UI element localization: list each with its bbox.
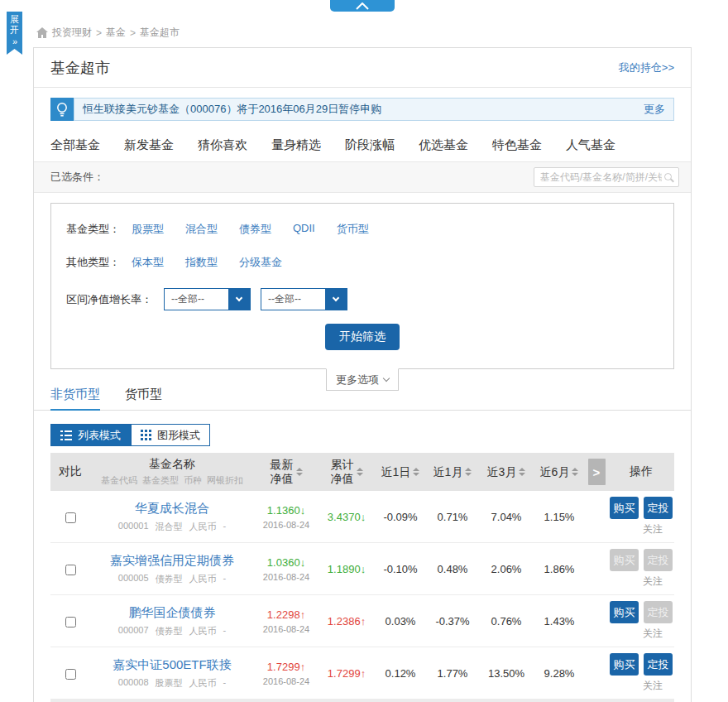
header-discount: 网银折扣 [207, 474, 243, 487]
follow-link[interactable]: 关注 [608, 679, 674, 693]
return-3month: 0.76% [479, 615, 534, 627]
compare-checkbox[interactable] [65, 565, 76, 575]
chevron-down-icon[interactable] [325, 289, 347, 310]
expand-sidebar-ribbon[interactable]: 展 开 » [7, 12, 22, 55]
sort-arrows-icon[interactable] [413, 468, 419, 476]
buy-button[interactable]: 购买 [610, 549, 639, 571]
buy-button[interactable]: 购买 [610, 497, 639, 519]
follow-link[interactable]: 关注 [608, 627, 674, 641]
header-6month-sort[interactable]: 近6月 [534, 465, 585, 479]
sort-arrows-icon[interactable] [519, 468, 525, 476]
growth-rate-select-max[interactable]: --全部-- [261, 288, 347, 310]
tab-period-gain[interactable]: 阶段涨幅 [345, 137, 395, 153]
filter-stock-type[interactable]: 股票型 [132, 222, 164, 237]
header-compare: 对比 [50, 464, 90, 479]
sort-arrows-icon[interactable] [357, 468, 363, 476]
fund-meta: 000005债券型人民币- [90, 573, 254, 585]
breadcrumb-separator: > [130, 27, 136, 39]
compare-checkbox[interactable] [65, 512, 76, 523]
header-1month-sort[interactable]: 近1月 [426, 465, 479, 479]
return-1day: -0.09% [375, 511, 426, 523]
header-latest-nav-sort[interactable]: 最新净值 [254, 458, 318, 486]
ribbon-label: 展 [10, 14, 19, 25]
table-row: 嘉实增强信用定期债券 000005债券型人民币- 1.0360↓ 2016-08… [50, 543, 674, 595]
filter-panel: 基金类型： 股票型 混合型 债券型 QDII 货币型 其他类型： 保本型 指数型… [50, 203, 674, 369]
header-fund-code: 基金代码 [101, 474, 137, 487]
fund-name-link[interactable]: 华夏成长混合 [90, 501, 254, 517]
return-3month: 13.50% [479, 667, 534, 680]
tab-tailored[interactable]: 量身精选 [271, 137, 321, 153]
nav-date: 2016-08-24 [254, 624, 318, 634]
trend-arrow-icon: ↑ [361, 615, 366, 627]
return-6month: 1.43% [534, 615, 585, 627]
invest-button[interactable]: 定投 [644, 497, 673, 519]
follow-link[interactable]: 关注 [608, 575, 674, 589]
fund-name-link[interactable]: 鹏华国企债债券 [90, 605, 254, 621]
fund-name-link[interactable]: 嘉实增强信用定期债券 [90, 553, 254, 569]
compare-checkbox[interactable] [65, 617, 76, 627]
buy-button[interactable]: 购买 [610, 601, 639, 623]
grid-view-icon [141, 430, 151, 440]
fund-table-header: 对比 基金名称 基金代码 基金类型 币种 网银折扣 最新净值 累计净值 [50, 453, 674, 491]
filter-money-type[interactable]: 货币型 [337, 222, 369, 237]
breadcrumb: 投资理财 > 基金 > 基金超市 [36, 26, 180, 40]
growth-rate-select-max-value: --全部-- [261, 289, 325, 310]
return-1month: 1.77% [426, 667, 479, 680]
more-options-toggle[interactable]: 更多选项 [326, 368, 399, 391]
start-filter-button[interactable]: 开始筛选 [325, 324, 400, 350]
growth-rate-select-min[interactable]: --全部-- [164, 288, 251, 310]
filter-structured-fund[interactable]: 分级基金 [239, 255, 282, 270]
fund-meta: 000007债券型人民币- [90, 625, 254, 637]
tab-all-funds[interactable]: 全部基金 [50, 137, 100, 153]
header-fund-name: 基金名称 基金代码 基金类型 币种 网银折扣 [90, 457, 254, 487]
tab-non-money-market[interactable]: 非货币型 [50, 381, 100, 411]
filter-qdii-type[interactable]: QDII [293, 222, 315, 237]
my-holdings-link[interactable]: 我的持仓>> [619, 60, 674, 75]
notice-text[interactable]: 恒生联接美元钞基金（000076）将于2016年06月29日暂停申购 [83, 102, 381, 117]
header-currency: 币种 [184, 474, 202, 487]
home-icon [36, 27, 48, 38]
compare-checkbox[interactable] [65, 669, 76, 680]
invest-button[interactable]: 定投 [644, 549, 673, 571]
follow-link[interactable]: 关注 [608, 522, 674, 536]
search-icon[interactable] [664, 173, 672, 180]
trend-arrow-icon: ↓ [300, 504, 306, 517]
tab-new-funds[interactable]: 新发基金 [124, 137, 174, 153]
sort-arrows-icon[interactable] [572, 468, 578, 476]
graph-mode-button[interactable]: 图形模式 [131, 424, 210, 446]
breadcrumb-item[interactable]: 基金 [106, 26, 126, 40]
filter-mixed-type[interactable]: 混合型 [185, 222, 218, 237]
collapse-panel-button[interactable] [330, 0, 395, 12]
next-columns-button[interactable]: > [588, 459, 606, 485]
header-cumulative-nav-sort[interactable]: 累计净值 [318, 458, 375, 486]
tab-popular-funds[interactable]: 人气基金 [566, 137, 615, 153]
invest-button[interactable]: 定投 [644, 653, 673, 676]
list-mode-button[interactable]: 列表模式 [50, 424, 131, 446]
filter-bond-type[interactable]: 债券型 [239, 222, 271, 237]
return-3month: 7.04% [479, 511, 534, 523]
sort-arrows-icon[interactable] [296, 468, 303, 476]
header-1day-sort[interactable]: 近1日 [375, 465, 426, 479]
trend-arrow-icon: ↓ [361, 511, 366, 523]
filter-capital-protected[interactable]: 保本型 [132, 255, 164, 270]
table-row: 嘉实中证500ETF联接 000008股票型人民币- 1.7299↑ 2016-… [50, 647, 674, 700]
notice-more-link[interactable]: 更多 [644, 102, 665, 117]
trend-arrow-icon: ↑ [361, 667, 366, 680]
tab-preferred-funds[interactable]: 优选基金 [419, 137, 468, 153]
latest-nav-value: 1.0360↓ [254, 556, 318, 569]
buy-button[interactable]: 购买 [610, 653, 639, 676]
invest-button[interactable]: 定投 [644, 601, 673, 623]
fund-search-input[interactable] [534, 168, 678, 186]
breadcrumb-item[interactable]: 投资理财 [52, 26, 92, 40]
sort-arrows-icon[interactable] [465, 468, 472, 476]
tab-money-market[interactable]: 货币型 [125, 381, 162, 411]
tab-guess-you-like[interactable]: 猜你喜欢 [198, 137, 247, 153]
cumulative-nav-value: 1.7299↑ [318, 667, 375, 680]
filter-index-type[interactable]: 指数型 [185, 255, 218, 270]
tab-featured-funds[interactable]: 特色基金 [492, 137, 542, 153]
cumulative-nav-value: 1.2386↑ [318, 615, 375, 627]
fund-name-link[interactable]: 嘉实中证500ETF联接 [90, 657, 254, 673]
header-3month-sort[interactable]: 近3月 [479, 465, 534, 479]
trend-arrow-icon: ↓ [361, 563, 366, 575]
chevron-down-icon[interactable] [228, 289, 250, 310]
